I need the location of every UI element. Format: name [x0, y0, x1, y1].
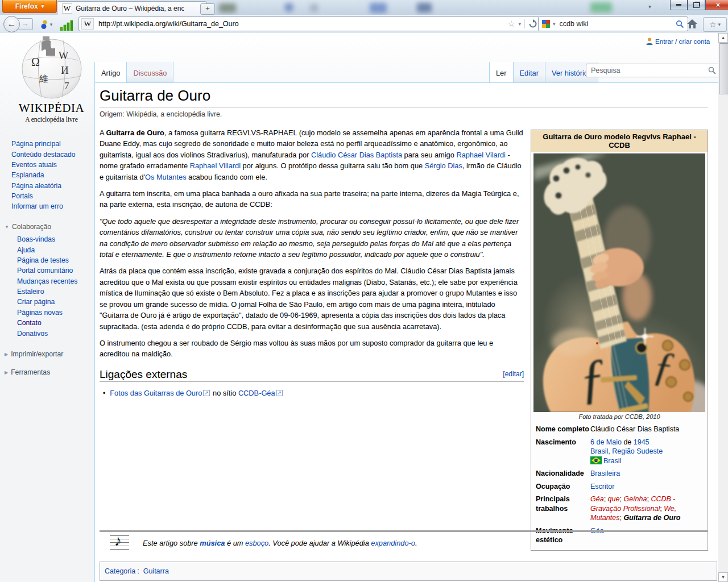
link[interactable]: 1945: [634, 438, 650, 446]
tab-discussao[interactable]: Discussão: [127, 62, 173, 82]
sidebar-item-pagina-principal[interactable]: Página principal: [11, 139, 76, 149]
restore-button[interactable]: [688, 0, 705, 10]
scrollbar-thumb[interactable]: [719, 43, 728, 94]
login-link[interactable]: Entrar / criar conta: [646, 38, 710, 45]
addon-button[interactable]: ▾: [36, 18, 56, 31]
window-controls: ×: [670, 0, 728, 10]
sidebar-item-portal-comunitario[interactable]: Portal comunitário: [17, 265, 77, 276]
article-body: A Guitarra de Ouro, a famosa guitarra RE…: [100, 127, 524, 400]
infobox-row-nome: Nome completo Cláudio César Dias Baptist…: [531, 423, 708, 436]
browser-search-input[interactable]: [559, 19, 673, 28]
browser-search-bar[interactable]: ▾: [538, 16, 688, 31]
link[interactable]: Raphael Villardi: [190, 161, 241, 170]
birth-country: Brasil: [590, 456, 703, 466]
new-tab-button[interactable]: +: [200, 3, 215, 15]
site-identity-box[interactable]: W: [81, 18, 94, 30]
link[interactable]: 6 de Maio: [590, 438, 622, 446]
url-input[interactable]: [97, 19, 504, 28]
search-icon[interactable]: [676, 20, 684, 28]
scroll-up-button[interactable]: ▲: [718, 33, 728, 43]
sidebar-item-donativos[interactable]: Donativos: [17, 328, 77, 338]
sidebar-item-estaleiro[interactable]: Estaleiro: [17, 286, 77, 297]
self-link: Guitarra de Ouro: [623, 514, 680, 522]
bookmarks-button[interactable]: ☆ ▾: [703, 17, 727, 32]
tab-ler[interactable]: Ler: [489, 62, 514, 82]
sidebar-item-pagina-de-testes[interactable]: Página de testes: [17, 255, 77, 265]
wiki-search-input[interactable]: [590, 66, 708, 75]
sidebar-item-ajuda[interactable]: Ajuda: [17, 244, 77, 255]
page-subtitle: Origem: Wikipédia, a enciclopédia livre.: [100, 110, 222, 118]
link[interactable]: esboço: [245, 539, 268, 547]
minimize-button[interactable]: [670, 0, 688, 10]
reload-icon[interactable]: [528, 19, 537, 28]
sidebar-item-mudancas-recentes[interactable]: Mudanças recentes: [17, 276, 77, 286]
divider: [524, 19, 525, 28]
sidebar-item-pagina-aleatoria[interactable]: Página aleatória: [11, 181, 76, 191]
bookmark-star-icon[interactable]: ☆: [508, 19, 515, 28]
field-label: Ocupação: [536, 482, 590, 492]
titlebar: Firefox ▾ W Guitarra de Ouro – Wikipédia…: [0, 0, 728, 15]
tab-editar[interactable]: Editar: [514, 62, 545, 82]
home-button[interactable]: [685, 17, 700, 31]
category-namespace-link[interactable]: Categoria: [105, 567, 135, 575]
sidebar-section-imprimir-exportar[interactable]: ▶ Imprimir/exportar: [5, 349, 63, 359]
list-tabs-caret-icon[interactable]: ▾: [648, 3, 651, 10]
infobox-title: Guitarra de Ouro modelo Regvlvs Raphael …: [531, 130, 708, 152]
url-dropdown-caret-icon[interactable]: ▾: [518, 21, 521, 27]
sidebar-item-eventos-atuais[interactable]: Eventos atuais: [11, 160, 76, 170]
link[interactable]: Os Mutantes: [145, 173, 187, 181]
red-link[interactable]: Géa: [590, 495, 604, 503]
field-value: Brasileira: [590, 469, 703, 479]
desktop-blur-blob: [219, 3, 236, 13]
vertical-scrollbar[interactable]: ▲ ▼: [718, 33, 728, 582]
user-icon: [646, 38, 653, 45]
red-link[interactable]: Geínha: [623, 495, 647, 503]
red-link[interactable]: que: [608, 495, 620, 503]
edit-section-link[interactable]: [editar]: [503, 369, 524, 380]
desktop-blur-blob: [310, 4, 318, 12]
brazil-flag-icon[interactable]: [590, 456, 602, 464]
category-link-guitarra[interactable]: Guitarra: [143, 567, 169, 575]
link[interactable]: Brasil, Região Sudeste: [590, 447, 663, 455]
tab-artigo[interactable]: Artigo: [94, 62, 127, 82]
wikipedia-logo[interactable]: Ω W И 維 7 WIKIPÉDIA A enciclopédia livre: [10, 36, 93, 127]
sidebar-item-criar-pagina[interactable]: Criar página: [17, 297, 77, 307]
stats-addon-button[interactable]: [58, 18, 75, 31]
sidebar-item-esplanada[interactable]: Esplanada: [11, 170, 76, 180]
link[interactable]: Cláudio César Dias Baptista: [311, 151, 402, 159]
sidebar-item-paginas-novas[interactable]: Páginas novas: [17, 307, 77, 318]
browser-tab[interactable]: W Guitarra de Ouro – Wikipédia, a encicl…: [57, 1, 207, 15]
google-icon[interactable]: [542, 20, 550, 28]
back-button[interactable]: ←: [3, 16, 20, 32]
link[interactable]: Sérgio Dias: [425, 161, 462, 170]
sidebar-item-portais[interactable]: Portais: [11, 191, 76, 201]
search-icon[interactable]: [708, 66, 716, 74]
link[interactable]: Fotos das Guitarras de Ouro: [110, 389, 202, 397]
link[interactable]: CCDB-Géa: [238, 389, 275, 397]
field-value: Escritor: [590, 482, 703, 492]
field-value: Cláudio César Dias Baptista: [590, 425, 703, 434]
desktop-blur-blob: [590, 2, 612, 13]
close-button[interactable]: ×: [705, 0, 728, 10]
link[interactable]: Brasileira: [590, 469, 620, 477]
sidebar-item-contato[interactable]: Contato: [17, 318, 77, 328]
paragraph: A Guitarra de Ouro, a famosa guitarra RE…: [100, 127, 524, 182]
link[interactable]: expandindo-o: [371, 539, 415, 547]
sidebar-item-conteudo-destacado[interactable]: Conteúdo destacado: [11, 149, 76, 159]
url-bar[interactable]: W ☆ ▾: [78, 16, 540, 31]
link[interactable]: Raphael Vilardi: [456, 151, 506, 159]
sidebar-item-informar-erro[interactable]: Informar um erro: [11, 201, 76, 211]
sidebar-item-boas-vindas[interactable]: Boas-vindas: [17, 234, 77, 244]
firefox-menu-button[interactable]: Firefox ▾: [2, 0, 57, 13]
scroll-down-button[interactable]: ▼: [718, 572, 728, 582]
link[interactable]: Escritor: [590, 483, 614, 490]
infobox-row-nacionalidade: Nacionalidade Brasileira: [531, 467, 708, 480]
sidebar-section-ferramentas[interactable]: ▶ Ferramentas: [5, 367, 63, 377]
sidebar-section-colaboracao[interactable]: ▼ Colaboração: [5, 222, 77, 232]
svg-text:W: W: [59, 50, 68, 61]
inscription-quote: "Que todo aquele que desrespeitar a inte…: [100, 216, 524, 260]
search-engine-caret-icon[interactable]: ▾: [553, 21, 556, 27]
link[interactable]: música: [200, 539, 225, 547]
link[interactable]: Brasil: [603, 457, 621, 465]
wiki-search-box[interactable]: [586, 64, 720, 77]
